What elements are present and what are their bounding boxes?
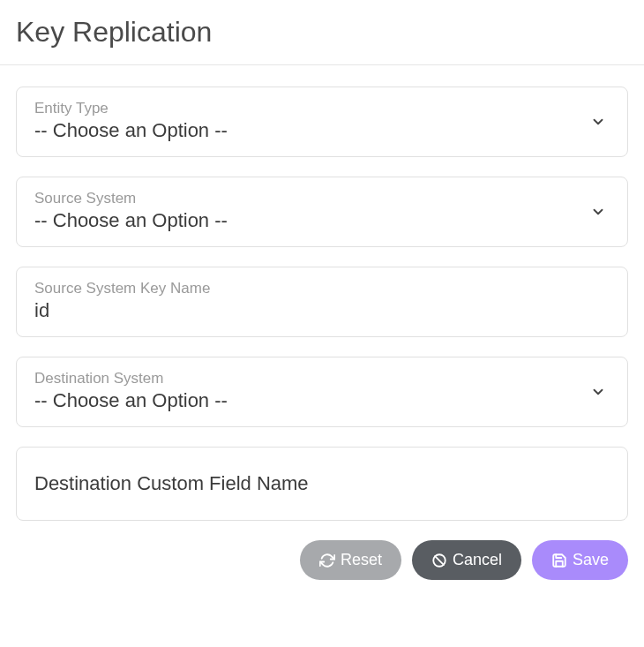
- entity-type-label: Entity Type: [34, 100, 610, 117]
- source-system-key-name-field[interactable]: Source System Key Name: [16, 267, 628, 337]
- reset-button[interactable]: Reset: [300, 540, 401, 580]
- save-button[interactable]: Save: [532, 540, 628, 580]
- entity-type-value: -- Choose an Option --: [34, 119, 610, 142]
- page-title: Key Replication: [16, 16, 628, 49]
- chevron-down-icon: [590, 204, 606, 220]
- source-system-key-name-input[interactable]: [34, 299, 610, 322]
- save-icon: [551, 553, 567, 568]
- cancel-button[interactable]: Cancel: [412, 540, 521, 580]
- destination-custom-field-name-field[interactable]: [16, 447, 628, 521]
- reset-button-label: Reset: [341, 551, 382, 569]
- destination-system-label: Destination System: [34, 370, 610, 387]
- entity-type-select[interactable]: Entity Type -- Choose an Option --: [16, 87, 628, 157]
- destination-system-value: -- Choose an Option --: [34, 389, 610, 412]
- chevron-down-icon: [590, 384, 606, 400]
- source-system-value: -- Choose an Option --: [34, 209, 610, 232]
- svg-line-1: [435, 556, 444, 565]
- divider: [0, 64, 644, 65]
- refresh-icon: [319, 553, 335, 568]
- save-button-label: Save: [573, 551, 609, 569]
- source-system-label: Source System: [34, 190, 610, 207]
- destination-system-select[interactable]: Destination System -- Choose an Option -…: [16, 357, 628, 427]
- chevron-down-icon: [590, 114, 606, 130]
- cancel-button-label: Cancel: [453, 551, 502, 569]
- destination-custom-field-name-input[interactable]: [34, 472, 610, 495]
- source-system-key-name-label: Source System Key Name: [34, 280, 610, 297]
- source-system-select[interactable]: Source System -- Choose an Option --: [16, 177, 628, 247]
- ban-icon: [431, 553, 447, 568]
- action-bar: Reset Cancel Save: [16, 540, 628, 580]
